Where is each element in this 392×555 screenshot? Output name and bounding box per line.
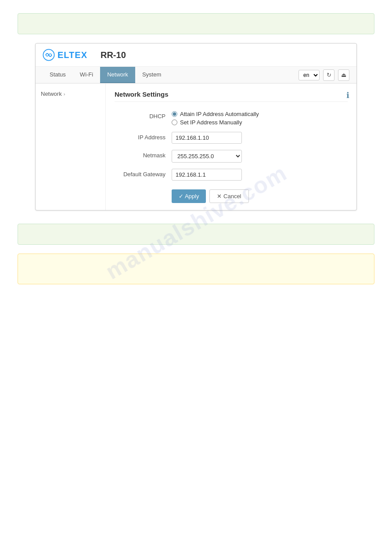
info-icon[interactable]: ℹ xyxy=(346,91,349,100)
dhcp-manual-option[interactable]: Set IP Address Manually xyxy=(172,119,259,126)
gateway-label: Default Gateway xyxy=(115,169,172,178)
dhcp-label: DHCP xyxy=(115,111,172,120)
nav-bar: Status Wi-Fi Network System en ru ↻ ⏏ xyxy=(36,67,356,83)
eltex-icon xyxy=(43,49,55,61)
eltex-logo: ELTEX xyxy=(43,49,87,61)
apply-button[interactable]: ✓ Apply xyxy=(172,189,206,203)
bottom-warning-box xyxy=(18,254,374,284)
top-info-box xyxy=(18,13,374,34)
tab-status[interactable]: Status xyxy=(43,67,73,83)
netmask-label: Netmask xyxy=(115,150,172,159)
logout-button[interactable]: ⏏ xyxy=(338,69,349,81)
dhcp-manual-label: Set IP Address Manually xyxy=(180,119,242,126)
nav-controls: en ru ↻ ⏏ xyxy=(298,69,349,81)
breadcrumb-sidebar: Network › xyxy=(36,83,106,210)
netmask-select[interactable]: 255.255.255.0 255.255.0.0 255.0.0.0 xyxy=(172,150,242,163)
nav-tabs: Status Wi-Fi Network System xyxy=(43,67,298,83)
breadcrumb-label: Network xyxy=(41,91,62,97)
refresh-button[interactable]: ↻ xyxy=(323,69,334,81)
breadcrumb: Network › xyxy=(41,91,100,97)
ip-address-row: IP Address xyxy=(115,132,348,144)
eltex-brand-text: ELTEX xyxy=(58,50,87,60)
tab-network[interactable]: Network xyxy=(100,67,135,83)
dhcp-auto-option[interactable]: Attain IP Address Automatically xyxy=(172,111,259,117)
gateway-input[interactable] xyxy=(172,169,242,181)
section-title: Network Settings xyxy=(115,91,348,102)
dhcp-manual-radio[interactable] xyxy=(172,120,177,125)
button-row: ✓ Apply ✕ Cancel xyxy=(172,189,348,203)
device-model-label: RR-10 xyxy=(101,50,126,60)
dhcp-options: Attain IP Address Automatically Set IP A… xyxy=(172,111,259,126)
content-area: Network › Network Settings ℹ DHCP Attain… xyxy=(36,83,356,210)
netmask-row: Netmask 255.255.255.0 255.255.0.0 255.0.… xyxy=(115,150,348,163)
ip-address-label: IP Address xyxy=(115,132,172,141)
dhcp-auto-radio[interactable] xyxy=(172,111,177,117)
tab-system[interactable]: System xyxy=(135,67,168,83)
device-header: ELTEX RR-10 xyxy=(36,44,356,67)
gateway-row: Default Gateway xyxy=(115,169,348,181)
device-panel: ELTEX RR-10 Status Wi-Fi Network System … xyxy=(35,43,357,210)
middle-info-box xyxy=(18,224,374,245)
ip-address-input[interactable] xyxy=(172,132,242,144)
tab-wifi[interactable]: Wi-Fi xyxy=(73,67,100,83)
cancel-button[interactable]: ✕ Cancel xyxy=(209,189,248,203)
dhcp-auto-label: Attain IP Address Automatically xyxy=(180,111,259,117)
dhcp-row: DHCP Attain IP Address Automatically Set… xyxy=(115,111,348,126)
language-select[interactable]: en ru xyxy=(298,70,320,80)
breadcrumb-arrow-icon: › xyxy=(64,91,65,97)
main-content: Network Settings ℹ DHCP Attain IP Addres… xyxy=(106,83,356,210)
